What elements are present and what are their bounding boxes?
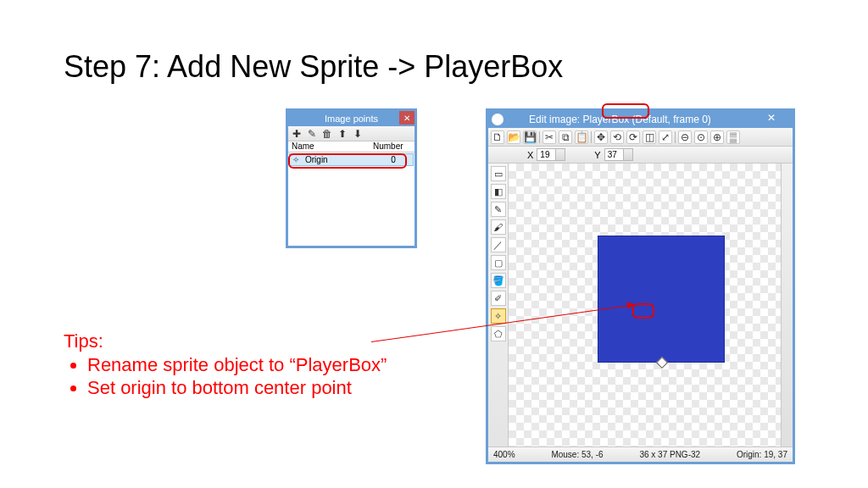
status-size: 36 x 37 PNG-32 xyxy=(639,450,700,459)
origin-icon: ✧ xyxy=(292,155,303,164)
edit-image-window: Edit image: PlayerBox (Default, frame 0)… xyxy=(486,108,795,464)
image-points-headers: Name Number xyxy=(288,141,415,152)
left-toolbar: ▭ ◧ ✎ 🖌 ／ ▢ 🪣 ✐ ✧ ⬠ xyxy=(488,164,509,446)
header-number: Number xyxy=(373,141,411,151)
image-points-window: Image points ✕ ✚ ✎ 🗑 ⬆ ⬇ Name Number ✧ O… xyxy=(286,108,417,248)
move-icon[interactable]: ✥ xyxy=(594,130,608,144)
rotate-ccw-icon[interactable]: ⟲ xyxy=(610,130,624,144)
point-name: Origin xyxy=(305,155,376,164)
image-point-row[interactable]: ✧ Origin 0 xyxy=(289,153,414,166)
separator xyxy=(675,131,676,143)
edit-icon[interactable]: ✎ xyxy=(306,128,318,140)
close-icon: ✕ xyxy=(767,112,776,124)
fill-tool[interactable]: 🪣 xyxy=(491,273,506,288)
crop-icon[interactable]: ◫ xyxy=(643,130,656,144)
header-name: Name xyxy=(292,141,373,151)
new-icon[interactable]: 🗋 xyxy=(491,130,504,144)
line-tool[interactable]: ／ xyxy=(491,237,506,252)
polygon-tool[interactable]: ⬠ xyxy=(491,326,506,341)
brush-tool[interactable]: 🖌 xyxy=(491,219,506,235)
close-button[interactable]: ✕ xyxy=(767,112,793,127)
select-tool[interactable]: ▭ xyxy=(491,166,506,181)
close-icon: ✕ xyxy=(403,114,410,123)
tip-item: Set origin to bottom center point xyxy=(87,377,387,399)
save-icon[interactable]: 💾 xyxy=(523,130,537,144)
x-input[interactable]: 19 xyxy=(537,148,565,161)
sprite-rectangle xyxy=(598,236,725,363)
y-label: Y xyxy=(594,150,600,160)
eraser-tool[interactable]: ◧ xyxy=(491,184,506,199)
tips-label: Tips: xyxy=(64,330,387,352)
zoom-out-icon[interactable]: ⊖ xyxy=(678,130,692,144)
canvas[interactable] xyxy=(509,164,781,446)
rotate-cw-icon[interactable]: ⟳ xyxy=(626,130,640,144)
resize-icon[interactable]: ⤢ xyxy=(659,130,672,144)
window-title: Image points xyxy=(288,114,415,124)
image-points-toolbar: ✚ ✎ 🗑 ⬆ ⬇ xyxy=(288,126,415,141)
rect-tool[interactable]: ▢ xyxy=(491,255,506,270)
status-bar: 400% Mouse: 53, -6 36 x 37 PNG-32 Origin… xyxy=(488,446,793,462)
origin-tool[interactable]: ✧ xyxy=(491,308,506,324)
pencil-tool[interactable]: ✎ xyxy=(491,202,506,217)
copy-icon[interactable]: ⧉ xyxy=(559,130,572,144)
add-icon[interactable]: ✚ xyxy=(291,128,303,140)
grid-icon[interactable]: ▒ xyxy=(726,130,740,144)
separator xyxy=(539,131,540,143)
status-origin: Origin: 19, 37 xyxy=(737,450,787,459)
window-title: Edit image: PlayerBox (Default, frame 0) xyxy=(507,114,767,125)
titlebar: Image points ✕ xyxy=(288,111,415,126)
point-number: 0 xyxy=(376,155,410,164)
zoom-in-icon[interactable]: ⊕ xyxy=(710,130,724,144)
separator xyxy=(591,131,592,143)
cut-icon[interactable]: ✂ xyxy=(542,130,556,144)
up-icon[interactable]: ⬆ xyxy=(337,128,348,140)
slide-title: Step 7: Add New Sprite -> PlayerBox xyxy=(64,49,563,85)
scrollbar[interactable] xyxy=(781,164,793,446)
zoom-reset-icon[interactable]: ⊙ xyxy=(694,130,708,144)
paste-icon[interactable]: 📋 xyxy=(575,130,588,144)
titlebar: Edit image: PlayerBox (Default, frame 0)… xyxy=(488,111,793,128)
status-mouse: Mouse: 53, -6 xyxy=(551,450,603,459)
gear-icon xyxy=(492,114,504,125)
xy-bar: X 19 Y 37 xyxy=(488,147,793,164)
delete-icon[interactable]: 🗑 xyxy=(321,128,333,140)
tips-block: Tips: Rename sprite object to “PlayerBox… xyxy=(64,330,387,400)
y-input[interactable]: 37 xyxy=(604,148,633,161)
open-icon[interactable]: 📂 xyxy=(507,130,520,144)
x-label: X xyxy=(527,150,533,160)
editor-toolbar: 🗋 📂 💾 ✂ ⧉ 📋 ✥ ⟲ ⟳ ◫ ⤢ ⊖ ⊙ ⊕ ▒ xyxy=(488,128,793,147)
eyedropper-tool[interactable]: ✐ xyxy=(491,291,506,306)
editor-area: ▭ ◧ ✎ 🖌 ／ ▢ 🪣 ✐ ✧ ⬠ xyxy=(488,164,793,446)
down-icon[interactable]: ⬇ xyxy=(352,128,364,140)
status-zoom: 400% xyxy=(493,450,515,459)
close-button[interactable]: ✕ xyxy=(399,111,415,125)
tip-item: Rename sprite object to “PlayerBox” xyxy=(87,354,387,376)
